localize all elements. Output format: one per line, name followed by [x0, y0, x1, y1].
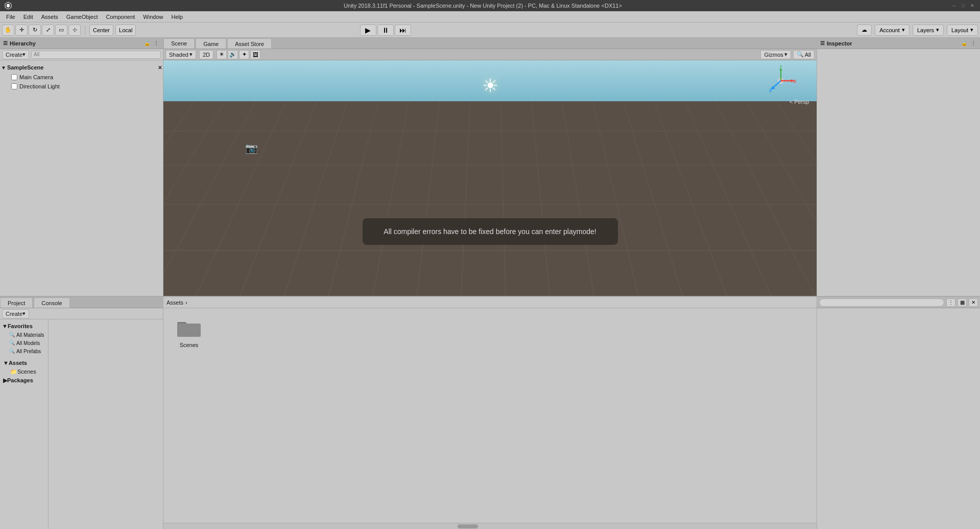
packages-toggle-icon: ▶ — [3, 377, 7, 384]
pivot-center-btn[interactable]: Center — [89, 25, 113, 36]
all-materials-item[interactable]: 🔍 All Materials — [1, 331, 47, 339]
menu-window[interactable]: Window — [139, 13, 167, 21]
menu-gameobject[interactable]: GameObject — [62, 13, 102, 21]
projection-dropdown[interactable]: 2D — [199, 50, 213, 59]
assets-search-btn-2[interactable]: ▦ — [958, 298, 967, 307]
asset-store-tab-label: Asset Store — [235, 41, 264, 47]
layers-btn[interactable]: Layers ▾ — [913, 25, 944, 36]
inspector-panel-controls: 🔒 ⋮ — [961, 40, 977, 47]
create-label: Create — [6, 52, 22, 58]
rotate-tool-btn[interactable]: ↻ — [29, 25, 41, 36]
pivot-local-btn[interactable]: Local — [115, 25, 136, 36]
all-materials-label: All Materials — [16, 332, 44, 338]
all-models-item[interactable]: 🔍 All Models — [1, 339, 47, 347]
scene-tab[interactable]: Scene — [163, 38, 195, 49]
main-camera-label: Main Camera — [19, 74, 53, 80]
svg-text:Z: Z — [769, 88, 772, 93]
error-overlay: All compiler errors have to be fixed bef… — [363, 218, 618, 245]
hierarchy-create-btn[interactable]: Create ▾ — [2, 50, 29, 59]
layout-btn[interactable]: Layout ▾ — [947, 25, 978, 36]
assets-breadcrumb: Assets › — [163, 297, 817, 308]
account-label: Account — [879, 27, 900, 33]
bottom-area: Project Console Create ▾ ▼ Favorites — [0, 296, 980, 529]
project-tab[interactable]: Project — [0, 297, 33, 308]
audio-toggle-btn[interactable]: 🔊 — [228, 50, 238, 59]
assets-search-btn-3[interactable]: ✕ — [969, 298, 978, 307]
account-btn[interactable]: Account ▾ — [875, 25, 910, 36]
favorites-header[interactable]: ▼ Favorites — [1, 321, 47, 331]
pause-btn[interactable]: ⏸ — [377, 25, 394, 36]
all-prefabs-item[interactable]: 🔍 All Prefabs — [1, 347, 47, 355]
scene-grid — [163, 101, 817, 296]
directional-light-checkbox[interactable] — [11, 83, 17, 89]
layers-dropdown-icon: ▾ — [936, 27, 939, 33]
inspector-title: Inspector — [827, 40, 852, 47]
main-camera-item[interactable]: Main Camera — [0, 73, 163, 82]
menu-assets[interactable]: Assets — [37, 13, 62, 21]
scene-close-btn[interactable]: ✕ — [158, 65, 162, 71]
scenes-folder-item[interactable]: 📁 Scenes — [9, 367, 46, 376]
svg-rect-13 — [177, 324, 201, 337]
menu-file[interactable]: File — [2, 13, 19, 21]
hierarchy-menu-btn[interactable]: ⋮ — [153, 40, 160, 47]
assets-search-input[interactable] — [819, 298, 944, 307]
scale-tool-btn[interactable]: ⤢ — [42, 25, 54, 36]
gizmos-dropdown-icon: ▾ — [784, 51, 787, 58]
breadcrumb-assets[interactable]: Assets — [166, 300, 183, 306]
menu-help[interactable]: Help — [167, 13, 187, 21]
minimize-btn[interactable]: ─ — [950, 2, 958, 9]
inspector-menu-btn[interactable]: ⋮ — [970, 40, 977, 47]
play-btn[interactable]: ▶ — [360, 25, 376, 36]
assets-search-bar: ⋮ ▦ ✕ — [817, 297, 980, 308]
rect-tool-btn[interactable]: ▭ — [55, 25, 67, 36]
gizmo-widget[interactable]: X Y Z — [766, 65, 796, 96]
scene-view: ☀ 📷 — [163, 60, 817, 296]
scenes-folder-asset[interactable]: Scenes — [169, 313, 209, 350]
assets-tree-label: Assets — [9, 360, 27, 366]
fx-toggle-btn[interactable]: ✦ — [239, 50, 249, 59]
inspector-icon: ☰ — [820, 40, 825, 46]
inspector-header: ☰ Inspector 🔒 ⋮ — [817, 38, 980, 49]
step-btn[interactable]: ⏭ — [395, 25, 411, 36]
cloud-btn[interactable]: ☁ — [857, 25, 872, 36]
project-create-btn[interactable]: Create ▾ — [2, 309, 29, 318]
search-icon-models: 🔍 — [9, 340, 15, 346]
hierarchy-toolbar: Create ▾ — [0, 49, 163, 60]
close-btn[interactable]: ✕ — [969, 2, 976, 9]
assets-search-btn-1[interactable]: ⋮ — [946, 298, 955, 307]
transform-tool-btn[interactable]: ⊹ — [68, 25, 81, 36]
skybox-toggle-btn[interactable]: 🖼 — [250, 50, 260, 59]
hand-tool-btn[interactable]: ✋ — [2, 25, 14, 36]
hierarchy-content: ▼ SampleScene ✕ Main Camera Directional … — [0, 60, 163, 296]
shading-label: Shaded — [169, 52, 188, 58]
gizmos-dropdown[interactable]: Gizmos ▾ — [760, 50, 791, 59]
transform-tools: ✋ ✛ ↻ ⤢ ▭ ⊹ — [2, 25, 81, 36]
projection-label: 2D — [203, 52, 210, 58]
scene-toolbar: Shaded ▾ 2D ☀ 🔊 ✦ 🖼 Gizmos ▾ — [163, 49, 817, 60]
maximize-btn[interactable]: □ — [960, 2, 967, 9]
hierarchy-search-input[interactable] — [31, 51, 161, 59]
scene-root-item[interactable]: ▼ SampleScene ✕ — [0, 62, 163, 73]
directional-light-item[interactable]: Directional Light — [0, 82, 163, 91]
packages-header[interactable]: ▶ Packages — [2, 376, 46, 385]
console-tab[interactable]: Console — [34, 297, 69, 308]
move-tool-btn[interactable]: ✛ — [15, 25, 28, 36]
all-filter-dropdown[interactable]: 🔍 All — [793, 50, 815, 59]
inspector-lock-btn[interactable]: 🔒 — [961, 40, 968, 47]
game-tab[interactable]: Game — [196, 38, 226, 49]
menu-component[interactable]: Component — [102, 13, 139, 21]
assets-tree-header[interactable]: ▼ Assets — [2, 358, 46, 367]
lighting-toggle-btn[interactable]: ☀ — [217, 50, 227, 59]
asset-store-tab[interactable]: Asset Store — [227, 38, 272, 49]
main-camera-checkbox[interactable] — [11, 74, 17, 80]
assets-scrollbar-thumb[interactable] — [458, 524, 478, 528]
project-panel: Project Console Create ▾ ▼ Favorites — [0, 297, 163, 529]
assets-subtree: 📁 Scenes — [2, 367, 46, 376]
shading-dropdown[interactable]: Shaded ▾ — [165, 50, 196, 59]
menu-edit[interactable]: Edit — [19, 13, 37, 21]
assets-scrollbar-h[interactable] — [163, 523, 817, 529]
content-area: ☰ Hierarchy 🔒 ⋮ Create ▾ ▼ SampleScene — [0, 38, 980, 296]
assets-tree-section: ▼ Assets 📁 Scenes ▶ Packages — [1, 356, 47, 387]
layout-dropdown-icon: ▾ — [970, 27, 973, 33]
hierarchy-lock-btn[interactable]: 🔒 — [144, 40, 151, 47]
